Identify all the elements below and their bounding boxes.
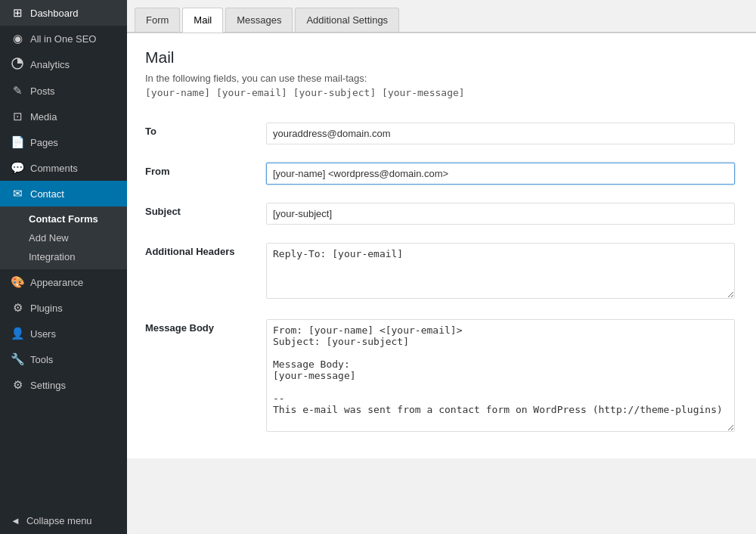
sidebar-item-label: Users [30, 328, 56, 340]
message-body-label: Message Body [145, 310, 266, 443]
mail-form-table: To From Subject Additional Headers [145, 113, 738, 443]
submenu-contact-forms[interactable]: Contact Forms [0, 210, 127, 228]
headers-row: Additional Headers Reply-To: [your-email… [145, 234, 738, 310]
sidebar-item-label: Comments [30, 163, 78, 174]
subject-label: Subject [145, 194, 266, 234]
sidebar: ⊞ Dashboard ◉ All in One SEO Analytics ✎… [0, 0, 127, 534]
from-label: From [145, 154, 266, 194]
sidebar-item-settings[interactable]: ⚙ Settings [0, 372, 127, 398]
tabs-bar: Form Mail Messages Additional Settings [127, 0, 756, 33]
sidebar-item-posts[interactable]: ✎ Posts [0, 78, 127, 104]
pages-icon: 📄 [11, 135, 24, 149]
contact-submenu: Contact Forms Add New Integration [0, 206, 127, 269]
sidebar-item-label: Settings [30, 380, 66, 391]
from-cell [266, 154, 738, 194]
mail-content-area: Mail In the following fields, you can us… [127, 33, 756, 458]
sidebar-item-pages[interactable]: 📄 Pages [0, 129, 127, 155]
collapse-icon: ◄ [11, 515, 20, 526]
comments-icon: 💬 [11, 161, 24, 175]
sidebar-item-label: Media [30, 111, 57, 123]
media-icon: ⊡ [11, 110, 24, 123]
subject-row: Subject [145, 194, 738, 234]
sidebar-item-plugins[interactable]: ⚙ Plugins [0, 295, 127, 321]
analytics-icon [11, 57, 24, 72]
sidebar-item-label: Contact [30, 188, 64, 200]
users-icon: 👤 [11, 327, 24, 340]
sidebar-item-tools[interactable]: 🔧 Tools [0, 346, 127, 372]
sidebar-item-comments[interactable]: 💬 Comments [0, 155, 127, 181]
from-row: From [145, 154, 738, 194]
tab-additional-settings[interactable]: Additional Settings [295, 8, 399, 32]
sidebar-item-label: All in One SEO [30, 33, 96, 45]
dashboard-icon: ⊞ [11, 6, 24, 20]
tab-form[interactable]: Form [135, 8, 180, 32]
to-row: To [145, 113, 738, 154]
sidebar-item-media[interactable]: ⊡ Media [0, 104, 127, 129]
sidebar-item-contact[interactable]: ✉ Contact [0, 181, 127, 206]
sidebar-item-allinoneseo[interactable]: ◉ All in One SEO [0, 26, 127, 51]
collapse-label: Collapse menu [26, 515, 92, 526]
to-input[interactable] [266, 123, 735, 144]
posts-icon: ✎ [11, 84, 24, 98]
message-body-textarea[interactable]: From: [your-name] <[your-email]> Subject… [266, 319, 735, 432]
settings-icon: ⚙ [11, 378, 24, 392]
sidebar-item-label: Analytics [30, 59, 70, 70]
headers-textarea[interactable]: Reply-To: [your-email] [266, 243, 735, 299]
to-cell [266, 113, 738, 154]
page-title: Mail [145, 48, 738, 67]
sidebar-item-appearance[interactable]: 🎨 Appearance [0, 269, 127, 295]
sidebar-item-analytics[interactable]: Analytics [0, 51, 127, 78]
headers-label: Additional Headers [145, 234, 266, 310]
sidebar-item-label: Dashboard [30, 8, 79, 19]
message-body-row: Message Body From: [your-name] <[your-em… [145, 310, 738, 443]
contact-icon: ✉ [11, 187, 24, 200]
collapse-menu-button[interactable]: ◄ Collapse menu [0, 508, 127, 534]
mail-tags: [your-name] [your-email] [your-subject] … [145, 87, 738, 98]
sidebar-item-label: Plugins [30, 303, 63, 314]
main-content: Form Mail Messages Additional Settings M… [127, 0, 756, 534]
sidebar-item-dashboard[interactable]: ⊞ Dashboard [0, 0, 127, 26]
sidebar-item-label: Appearance [30, 277, 83, 288]
seo-icon: ◉ [11, 32, 24, 45]
sidebar-item-label: Tools [30, 354, 53, 365]
tab-messages[interactable]: Messages [225, 8, 293, 32]
headers-cell: Reply-To: [your-email] [266, 234, 738, 310]
plugins-icon: ⚙ [11, 301, 24, 315]
to-label: To [145, 113, 266, 154]
tab-mail[interactable]: Mail [182, 8, 223, 33]
from-input[interactable] [266, 163, 735, 185]
submenu-integration[interactable]: Integration [0, 247, 127, 266]
subject-input[interactable] [266, 203, 735, 225]
sidebar-item-label: Posts [30, 85, 55, 97]
tags-intro-text: In the following fields, you can use the… [145, 73, 738, 84]
subject-cell [266, 194, 738, 234]
submenu-add-new[interactable]: Add New [0, 228, 127, 247]
message-body-cell: From: [your-name] <[your-email]> Subject… [266, 310, 738, 443]
sidebar-item-label: Pages [30, 137, 58, 148]
appearance-icon: 🎨 [11, 275, 24, 289]
tools-icon: 🔧 [11, 352, 24, 366]
sidebar-item-users[interactable]: 👤 Users [0, 321, 127, 346]
